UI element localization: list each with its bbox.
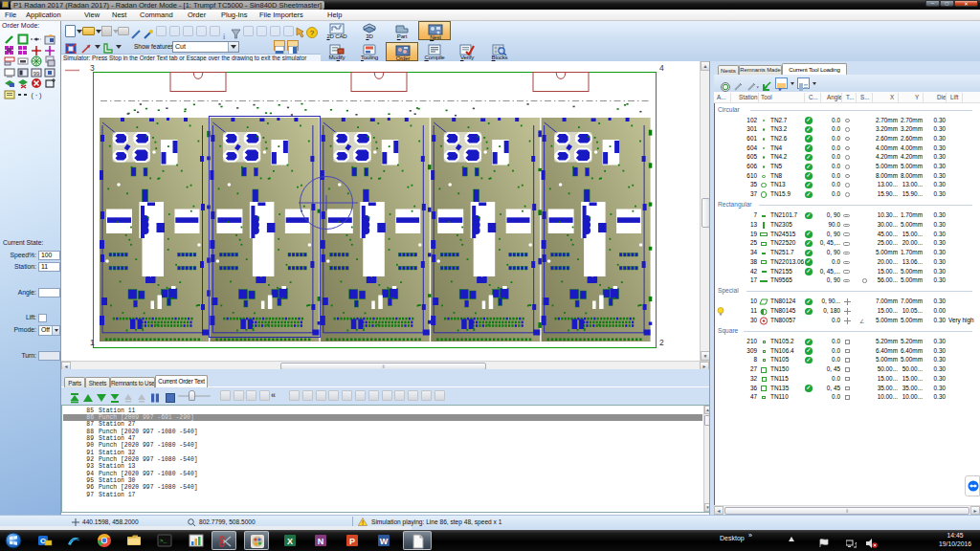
svg-text:4: 4 — [659, 63, 664, 73]
svg-text:X: X — [287, 537, 293, 546]
svg-text:2: 2 — [659, 338, 664, 347]
svg-text:!: ! — [362, 519, 364, 526]
svg-text:P: P — [349, 537, 355, 546]
svg-text:(·): (·) — [31, 92, 42, 99]
svg-text:W: W — [380, 537, 389, 546]
svg-text:3: 3 — [90, 63, 95, 73]
svg-text:N: N — [318, 537, 324, 546]
svg-text:>_: >_ — [160, 538, 167, 544]
svg-text:1: 1 — [90, 338, 95, 347]
